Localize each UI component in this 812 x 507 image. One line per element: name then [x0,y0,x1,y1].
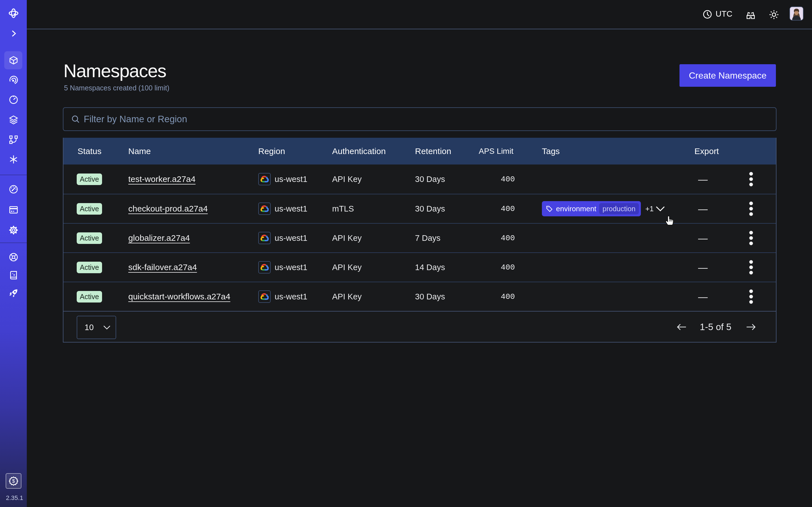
svg-text:$: $ [12,478,15,484]
